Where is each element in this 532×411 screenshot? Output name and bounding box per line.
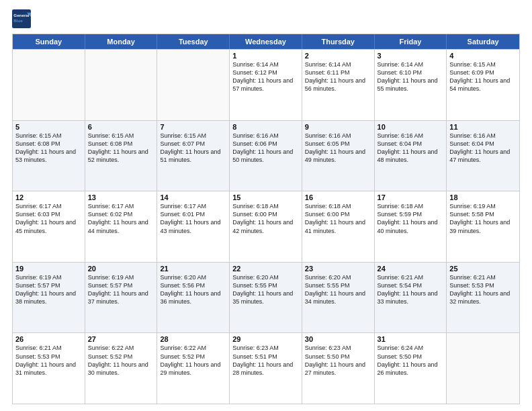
day-info: Sunrise: 6:20 AM Sunset: 5:56 PM Dayligh… <box>160 273 226 306</box>
day-number: 30 <box>305 335 371 343</box>
day-number: 20 <box>88 265 154 273</box>
day-number: 8 <box>232 123 299 131</box>
header: General Blue <box>12 9 520 28</box>
calendar-cell-empty-0-1 <box>85 50 158 120</box>
day-info: Sunrise: 6:23 AM Sunset: 5:50 PM Dayligh… <box>305 344 371 377</box>
day-info: Sunrise: 6:19 AM Sunset: 5:58 PM Dayligh… <box>449 202 517 235</box>
day-number: 5 <box>15 123 82 131</box>
calendar-cell-30: 30Sunrise: 6:23 AM Sunset: 5:50 PM Dayli… <box>302 333 375 404</box>
day-info: Sunrise: 6:15 AM Sunset: 6:09 PM Dayligh… <box>449 60 517 93</box>
calendar-cell-13: 13Sunrise: 6:17 AM Sunset: 6:02 PM Dayli… <box>85 191 158 262</box>
day-number: 15 <box>232 193 299 201</box>
day-number: 17 <box>378 193 444 201</box>
day-info: Sunrise: 6:15 AM Sunset: 6:08 PM Dayligh… <box>15 132 82 165</box>
calendar-cell-29: 29Sunrise: 6:23 AM Sunset: 5:51 PM Dayli… <box>230 333 302 404</box>
day-header-thursday: Thursday <box>302 34 375 49</box>
day-number: 6 <box>88 123 154 131</box>
calendar-row-1: 5Sunrise: 6:15 AM Sunset: 6:08 PM Daylig… <box>13 120 519 191</box>
calendar-cell-28: 28Sunrise: 6:22 AM Sunset: 5:52 PM Dayli… <box>157 333 230 404</box>
calendar-cell-1: 1Sunrise: 6:14 AM Sunset: 6:12 PM Daylig… <box>230 50 302 120</box>
day-info: Sunrise: 6:17 AM Sunset: 6:01 PM Dayligh… <box>160 202 226 235</box>
day-number: 26 <box>15 335 82 343</box>
day-header-tuesday: Tuesday <box>157 34 230 49</box>
day-info: Sunrise: 6:16 AM Sunset: 6:06 PM Dayligh… <box>232 132 299 165</box>
day-number: 4 <box>449 52 517 60</box>
day-number: 18 <box>449 193 517 201</box>
calendar-cell-14: 14Sunrise: 6:17 AM Sunset: 6:01 PM Dayli… <box>157 191 230 262</box>
day-info: Sunrise: 6:21 AM Sunset: 5:53 PM Dayligh… <box>449 273 517 306</box>
day-number: 1 <box>232 52 299 60</box>
day-number: 16 <box>305 193 371 201</box>
calendar-cell-10: 10Sunrise: 6:16 AM Sunset: 6:04 PM Dayli… <box>375 121 447 191</box>
day-info: Sunrise: 6:19 AM Sunset: 5:57 PM Dayligh… <box>15 273 82 306</box>
day-header-saturday: Saturday <box>447 34 519 49</box>
day-number: 24 <box>378 265 444 273</box>
day-number: 23 <box>305 265 371 273</box>
calendar-cell-26: 26Sunrise: 6:21 AM Sunset: 5:53 PM Dayli… <box>13 333 85 404</box>
day-number: 2 <box>305 52 371 60</box>
calendar-cell-31: 31Sunrise: 6:24 AM Sunset: 5:50 PM Dayli… <box>375 333 447 404</box>
calendar-cell-23: 23Sunrise: 6:20 AM Sunset: 5:55 PM Dayli… <box>302 263 375 333</box>
calendar-cell-27: 27Sunrise: 6:22 AM Sunset: 5:52 PM Dayli… <box>85 333 158 404</box>
calendar-cell-16: 16Sunrise: 6:18 AM Sunset: 6:00 PM Dayli… <box>302 191 375 262</box>
day-info: Sunrise: 6:20 AM Sunset: 5:55 PM Dayligh… <box>305 273 371 306</box>
calendar-cell-3: 3Sunrise: 6:14 AM Sunset: 6:10 PM Daylig… <box>375 50 447 120</box>
day-number: 29 <box>232 335 299 343</box>
day-info: Sunrise: 6:15 AM Sunset: 6:08 PM Dayligh… <box>88 132 154 165</box>
calendar-cell-15: 15Sunrise: 6:18 AM Sunset: 6:00 PM Dayli… <box>230 191 302 262</box>
day-number: 7 <box>160 123 226 131</box>
day-number: 28 <box>160 335 226 343</box>
day-info: Sunrise: 6:20 AM Sunset: 5:55 PM Dayligh… <box>232 273 299 306</box>
logo-icon: General Blue <box>12 9 31 28</box>
calendar-cell-9: 9Sunrise: 6:16 AM Sunset: 6:05 PM Daylig… <box>302 121 375 191</box>
day-info: Sunrise: 6:18 AM Sunset: 6:00 PM Dayligh… <box>305 202 371 235</box>
calendar-cell-12: 12Sunrise: 6:17 AM Sunset: 6:03 PM Dayli… <box>13 191 85 262</box>
day-number: 31 <box>378 335 444 343</box>
day-info: Sunrise: 6:17 AM Sunset: 6:03 PM Dayligh… <box>15 202 82 235</box>
calendar-cell-19: 19Sunrise: 6:19 AM Sunset: 5:57 PM Dayli… <box>13 263 85 333</box>
day-info: Sunrise: 6:22 AM Sunset: 5:52 PM Dayligh… <box>88 344 154 377</box>
calendar-row-4: 26Sunrise: 6:21 AM Sunset: 5:53 PM Dayli… <box>13 332 519 404</box>
day-number: 13 <box>88 193 154 201</box>
calendar-cell-6: 6Sunrise: 6:15 AM Sunset: 6:08 PM Daylig… <box>85 121 158 191</box>
page: General Blue SundayMondayTuesdayWednesda… <box>0 0 532 411</box>
day-number: 19 <box>15 265 82 273</box>
day-number: 22 <box>232 265 299 273</box>
calendar-cell-8: 8Sunrise: 6:16 AM Sunset: 6:06 PM Daylig… <box>230 121 302 191</box>
day-number: 21 <box>160 265 226 273</box>
day-number: 27 <box>88 335 154 343</box>
calendar-cell-empty-0-0 <box>13 50 85 120</box>
calendar-cell-11: 11Sunrise: 6:16 AM Sunset: 6:04 PM Dayli… <box>447 121 519 191</box>
day-info: Sunrise: 6:18 AM Sunset: 5:59 PM Dayligh… <box>378 202 444 235</box>
svg-text:General: General <box>13 13 29 17</box>
day-header-sunday: Sunday <box>13 34 85 49</box>
day-number: 3 <box>378 52 444 60</box>
calendar-cell-18: 18Sunrise: 6:19 AM Sunset: 5:58 PM Dayli… <box>447 191 519 262</box>
day-info: Sunrise: 6:21 AM Sunset: 5:54 PM Dayligh… <box>378 273 444 306</box>
day-info: Sunrise: 6:21 AM Sunset: 5:53 PM Dayligh… <box>15 344 82 377</box>
calendar-cell-25: 25Sunrise: 6:21 AM Sunset: 5:53 PM Dayli… <box>447 263 519 333</box>
day-info: Sunrise: 6:17 AM Sunset: 6:02 PM Dayligh… <box>88 202 154 235</box>
calendar-header: SundayMondayTuesdayWednesdayThursdayFrid… <box>13 34 519 49</box>
calendar-cell-2: 2Sunrise: 6:14 AM Sunset: 6:11 PM Daylig… <box>302 50 375 120</box>
calendar-cell-4: 4Sunrise: 6:15 AM Sunset: 6:09 PM Daylig… <box>447 50 519 120</box>
calendar-row-2: 12Sunrise: 6:17 AM Sunset: 6:03 PM Dayli… <box>13 191 519 262</box>
day-info: Sunrise: 6:14 AM Sunset: 6:11 PM Dayligh… <box>305 60 371 93</box>
calendar-cell-5: 5Sunrise: 6:15 AM Sunset: 6:08 PM Daylig… <box>13 121 85 191</box>
day-info: Sunrise: 6:18 AM Sunset: 6:00 PM Dayligh… <box>232 202 299 235</box>
day-number: 9 <box>305 123 371 131</box>
calendar-cell-empty-4-6 <box>447 333 519 404</box>
day-info: Sunrise: 6:15 AM Sunset: 6:07 PM Dayligh… <box>160 132 226 165</box>
calendar: SundayMondayTuesdayWednesdayThursdayFrid… <box>12 34 520 404</box>
day-header-friday: Friday <box>375 34 447 49</box>
calendar-cell-20: 20Sunrise: 6:19 AM Sunset: 5:57 PM Dayli… <box>85 263 158 333</box>
day-info: Sunrise: 6:19 AM Sunset: 5:57 PM Dayligh… <box>88 273 154 306</box>
calendar-body: 1Sunrise: 6:14 AM Sunset: 6:12 PM Daylig… <box>13 49 519 404</box>
calendar-cell-21: 21Sunrise: 6:20 AM Sunset: 5:56 PM Dayli… <box>157 263 230 333</box>
day-header-wednesday: Wednesday <box>230 34 302 49</box>
day-number: 25 <box>449 265 517 273</box>
day-info: Sunrise: 6:22 AM Sunset: 5:52 PM Dayligh… <box>160 344 226 377</box>
calendar-cell-17: 17Sunrise: 6:18 AM Sunset: 5:59 PM Dayli… <box>375 191 447 262</box>
calendar-row-3: 19Sunrise: 6:19 AM Sunset: 5:57 PM Dayli… <box>13 262 519 333</box>
day-info: Sunrise: 6:24 AM Sunset: 5:50 PM Dayligh… <box>378 344 444 377</box>
